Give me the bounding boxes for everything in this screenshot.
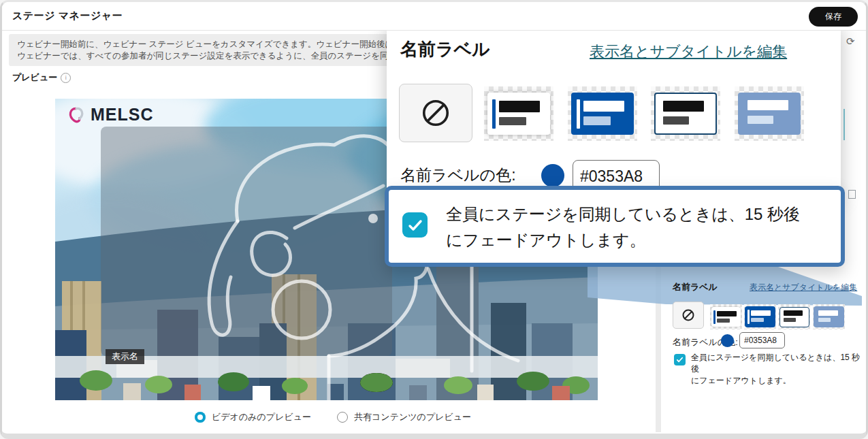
- brand-logo: MELSC: [66, 104, 154, 125]
- header-bar: [2, 2, 866, 31]
- info-icon[interactable]: i: [61, 73, 71, 83]
- panel-color-swatch[interactable]: [721, 334, 734, 347]
- radio-unselected-icon[interactable]: [337, 412, 348, 423]
- panel-fade-text-line2: にフェードアウトします。: [691, 375, 866, 387]
- radio-video-only-label: ビデオのみのプレビュー: [212, 411, 311, 423]
- popup-style-solid-blue[interactable]: [568, 86, 637, 141]
- no-label-icon: [681, 308, 695, 322]
- no-label-icon: [420, 97, 451, 129]
- panel-color-input[interactable]: [739, 332, 785, 348]
- preview-heading-label: プレビュー: [12, 72, 57, 82]
- popup-style-none[interactable]: [399, 84, 472, 142]
- panel-style-white-accent[interactable]: [710, 304, 742, 329]
- checkmark-icon: [676, 356, 684, 363]
- popup-style-white-accent[interactable]: [484, 86, 553, 141]
- display-name-tag: 表示名: [106, 349, 144, 364]
- radio-shared-content-label: 共有コンテンツのプレビュー: [354, 411, 471, 423]
- panel-style-translucent[interactable]: [813, 304, 845, 329]
- popup-edit-subtitle-link[interactable]: 表示名とサブタイトルを編集: [590, 42, 787, 62]
- preview-mode-radios: ビデオのみのプレビュー 共有コンテンツのプレビュー: [195, 411, 471, 423]
- popup-style-outlined[interactable]: [651, 86, 720, 141]
- refresh-icon[interactable]: ⟳: [846, 35, 855, 48]
- fade-setting-callout: 全員にステージを同期しているときは、15 秒後 にフェードアウトします。: [385, 186, 845, 267]
- fade-text-line2: にフェードアウトします。: [446, 227, 800, 253]
- page-title: ステージ マネージャー: [12, 10, 123, 22]
- stage-manager-window: ステージ マネージャー 保存 ウェビナー開始前に、ウェビナー ステージ ビューを…: [0, 0, 868, 439]
- logo-heart-icon: [66, 104, 86, 125]
- panel-style-solid-blue[interactable]: [744, 304, 776, 329]
- checkmark-icon: [407, 217, 423, 233]
- popup-color-label: 名前ラベルの色:: [400, 165, 516, 186]
- panel-fade-text-line1: 全員にステージを同期しているときは、15 秒後: [691, 352, 866, 375]
- panel-fade-text: 全員にステージを同期しているときは、15 秒後 にフェードアウトします。: [691, 352, 866, 387]
- preview-heading: プレビューi: [12, 71, 71, 84]
- panel-edge-highlight: [843, 109, 845, 140]
- popup-color-swatch[interactable]: [541, 164, 564, 187]
- panel-fade-checkbox[interactable]: [674, 354, 686, 365]
- popup-name-label-title: 名前ラベル: [400, 37, 490, 61]
- fade-text-line1: 全員にステージを同期しているときは、15 秒後: [446, 201, 800, 227]
- panel-name-label-title: 名前ラベル: [673, 281, 718, 293]
- panel-edit-subtitle-link[interactable]: 表示名とサブタイトルを編集: [750, 282, 857, 293]
- radio-shared-content[interactable]: 共有コンテンツのプレビュー: [337, 411, 471, 423]
- popup-style-translucent[interactable]: [735, 86, 804, 141]
- hidden-field-edge: [848, 190, 856, 199]
- radio-selected-icon[interactable]: [195, 412, 206, 423]
- radio-video-only[interactable]: ビデオのみのプレビュー: [195, 411, 311, 423]
- panel-style-none[interactable]: [673, 302, 704, 329]
- fade-checkbox[interactable]: [402, 212, 428, 238]
- fade-text: 全員にステージを同期しているときは、15 秒後 にフェードアウトします。: [446, 201, 800, 253]
- logo-text: MELSC: [91, 105, 154, 125]
- save-button[interactable]: 保存: [809, 7, 858, 27]
- panel-style-outlined[interactable]: [778, 304, 810, 329]
